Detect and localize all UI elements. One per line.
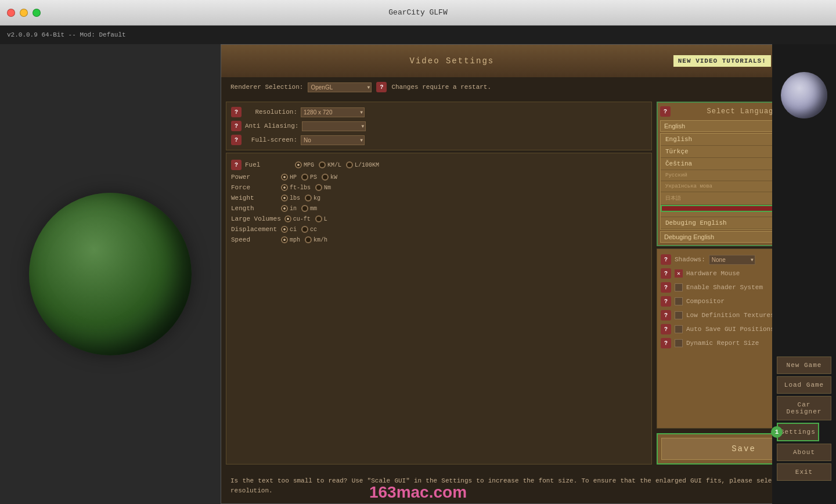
new-game-button[interactable]: New Game — [777, 357, 831, 374]
auto-save-label: Auto Save GUI Positions — [686, 326, 774, 333]
weight-kg-radio[interactable] — [305, 195, 312, 201]
renderer-label: Renderer Selection: — [230, 84, 303, 91]
low-def-label: Low Definition Textures — [686, 312, 774, 319]
shadows-select[interactable]: None — [709, 255, 755, 265]
shadows-help-icon[interactable]: ? — [661, 254, 671, 265]
power-options: HP PS kW — [281, 174, 337, 181]
power-label: Power — [231, 174, 278, 181]
aa-help-icon[interactable]: ? — [231, 121, 242, 131]
car-designer-button[interactable]: Car Designer — [777, 396, 831, 420]
force-nm-radio[interactable] — [315, 184, 322, 191]
fuel-mpg-radio[interactable] — [295, 161, 302, 168]
speed-mph[interactable]: mph — [281, 236, 300, 243]
power-ps[interactable]: PS — [301, 174, 317, 181]
speed-kmh-radio[interactable] — [305, 236, 312, 243]
large-vol-cuft-radio[interactable] — [284, 215, 291, 222]
display-settings: ? Resolution: 1280 x 720 ? Anti Alia — [226, 102, 652, 150]
shadows-label: Shadows: — [675, 256, 705, 263]
force-ftlbs-radio[interactable] — [281, 184, 288, 191]
aa-select-wrapper[interactable] — [302, 121, 366, 131]
fuel-mpg[interactable]: MPG — [295, 161, 314, 168]
left-settings: ? Resolution: 1280 x 720 ? Anti Alia — [226, 102, 652, 465]
hardware-mouse-help[interactable]: ? — [661, 268, 671, 279]
about-button[interactable]: About — [777, 444, 831, 461]
shadows-select-wrapper[interactable]: None — [709, 255, 755, 265]
length-in-radio[interactable] — [281, 205, 288, 212]
settings-btn-container: 1 Settings — [777, 423, 831, 441]
speed-row: Speed mph km/h — [231, 235, 647, 245]
speed-options: mph km/h — [281, 236, 327, 243]
app-container: v2.0.0.9 64-Bit -- Mod: Default Video Se… — [0, 26, 836, 504]
fuel-l100-radio[interactable] — [346, 161, 353, 168]
power-kw-radio[interactable] — [322, 174, 329, 181]
power-row: Power HP PS kW — [231, 172, 647, 182]
power-hp[interactable]: HP — [281, 174, 297, 181]
length-mm-radio[interactable] — [301, 205, 308, 212]
disp-cc[interactable]: cc — [301, 226, 317, 233]
renderer-help-icon[interactable]: ? — [376, 82, 387, 92]
title-bar: GearCity GLFW — [0, 0, 836, 26]
window-controls[interactable] — [7, 9, 41, 17]
large-vol-l[interactable]: L — [315, 215, 327, 222]
hardware-mouse-label: Hardware Mouse — [686, 270, 740, 277]
compositor-help[interactable]: ? — [661, 296, 671, 307]
fullscreen-select-wrapper[interactable]: No — [301, 135, 365, 145]
weight-lbs[interactable]: lbs — [281, 195, 300, 201]
auto-save-help[interactable]: ? — [661, 324, 671, 334]
tutorials-banner[interactable]: NEW VIDEO TUTORIALS! — [673, 55, 771, 67]
maximize-button[interactable] — [33, 9, 41, 17]
disp-ci[interactable]: ci — [281, 226, 297, 233]
disp-cc-radio[interactable] — [301, 226, 308, 233]
large-vol-options: cu-ft L — [284, 215, 327, 222]
force-row: Force ft-lbs Nm — [231, 182, 647, 193]
power-kw[interactable]: kW — [322, 174, 337, 181]
speed-mph-radio[interactable] — [281, 236, 288, 243]
fuel-help-icon[interactable]: ? — [231, 160, 242, 170]
compositor-checkbox[interactable] — [675, 297, 683, 305]
load-game-button[interactable]: Load Game — [777, 376, 831, 394]
minimize-button[interactable] — [20, 9, 28, 17]
length-label: Length — [231, 205, 278, 212]
fullscreen-help-icon[interactable]: ? — [231, 135, 242, 145]
fuel-label: Fuel — [245, 161, 291, 168]
speed-kmh[interactable]: km/h — [305, 236, 327, 243]
right-sidebar: New Game Load Game Car Designer 1 Settin… — [772, 44, 836, 504]
power-ps-radio[interactable] — [301, 174, 308, 181]
low-def-help[interactable]: ? — [661, 310, 671, 321]
dynamic-report-help[interactable]: ? — [661, 338, 671, 348]
auto-save-checkbox[interactable] — [675, 325, 683, 333]
fuel-kml[interactable]: KM/L — [319, 161, 341, 168]
close-window-button[interactable] — [7, 9, 15, 17]
dynamic-report-checkbox[interactable] — [675, 339, 683, 347]
shader-label: Enable Shader System — [686, 284, 763, 291]
globe-graphic — [29, 193, 192, 355]
disp-ci-radio[interactable] — [281, 226, 288, 233]
resolution-select[interactable]: 1280 x 720 — [301, 107, 365, 117]
exit-button[interactable]: Exit — [777, 463, 831, 481]
large-vol-cuft[interactable]: cu-ft — [284, 215, 311, 222]
renderer-select[interactable]: OpenGL — [308, 82, 372, 92]
shader-checkbox[interactable] — [675, 283, 683, 291]
weight-lbs-radio[interactable] — [281, 195, 288, 201]
fuel-kml-radio[interactable] — [319, 161, 326, 168]
bottom-text: Is the text too small to read? Use "Scal… — [221, 469, 835, 503]
settings-button[interactable]: Settings — [777, 423, 819, 441]
low-def-checkbox[interactable] — [675, 311, 683, 319]
shader-help[interactable]: ? — [661, 282, 671, 293]
power-hp-radio[interactable] — [281, 174, 288, 181]
force-ftlbs[interactable]: ft-lbs — [281, 184, 311, 191]
weight-kg[interactable]: kg — [305, 195, 320, 201]
fullscreen-select[interactable]: No — [301, 135, 365, 145]
resolution-help-icon[interactable]: ? — [231, 107, 242, 117]
large-vol-l-radio[interactable] — [315, 215, 322, 222]
resolution-select-wrapper[interactable]: 1280 x 720 — [301, 107, 365, 117]
fuel-l100[interactable]: L/100KM — [346, 161, 379, 168]
aa-select[interactable] — [302, 121, 366, 131]
force-nm[interactable]: Nm — [315, 184, 331, 191]
right-globe-graphic — [781, 72, 827, 118]
length-mm[interactable]: mm — [301, 205, 317, 212]
fullscreen-row: ? Full-screen: No — [231, 135, 647, 145]
language-help-icon[interactable]: ? — [660, 106, 671, 117]
length-in[interactable]: in — [281, 205, 297, 212]
renderer-select-wrapper[interactable]: OpenGL — [308, 82, 372, 92]
